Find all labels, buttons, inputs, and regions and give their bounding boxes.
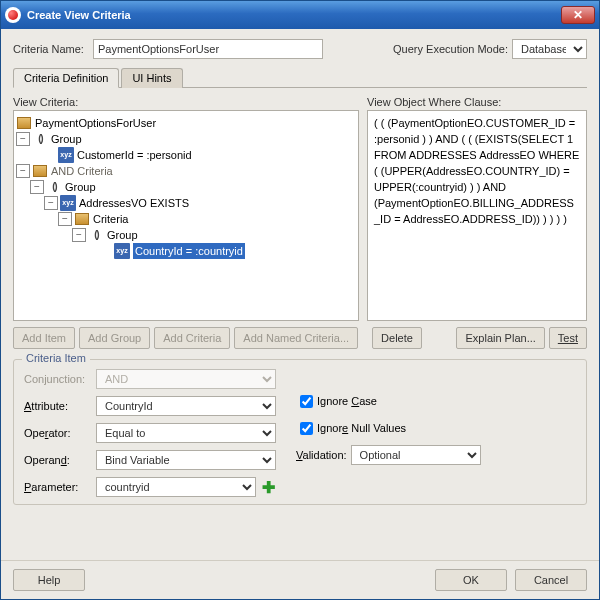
parameter-label: Parameter: [24,481,96,493]
dialog-footer: Help OK Cancel [1,560,599,599]
add-parameter-icon[interactable]: ✚ [260,479,276,495]
window-title: Create View Criteria [27,9,561,21]
operator-label: Operator: [24,427,96,439]
criteria-item-legend: Criteria Item [22,352,90,364]
where-clause-label: View Object Where Clause: [367,96,587,108]
explain-plan-button[interactable]: Explain Plan... [456,327,544,349]
validation-select[interactable]: Optional [351,445,481,465]
ignore-case-checkbox[interactable] [300,395,313,408]
ignore-null-label: Ignore Null Values [317,422,406,434]
expand-icon[interactable]: − [44,196,58,210]
operator-select[interactable]: Equal to [96,423,276,443]
tab-criteria-definition[interactable]: Criteria Definition [13,68,119,88]
group-icon: ( ) [88,228,104,242]
close-icon[interactable]: ✕ [561,6,595,24]
add-criteria-button: Add Criteria [154,327,230,349]
app-icon [5,7,21,23]
test-button[interactable]: Test [549,327,587,349]
group-icon: ( ) [32,132,48,146]
dialog-create-view-criteria: Create View Criteria ✕ Criteria Name: Qu… [0,0,600,600]
tab-bar: Criteria Definition UI Hints [13,67,587,88]
where-clause-text: ( ( (PaymentOptionEO.CUSTOMER_ID = :pers… [367,110,587,321]
criteria-icon [75,213,89,225]
criteria-item-fieldset: Criteria Item Conjunction: AND Attribute… [13,359,587,505]
add-named-criteria-button: Add Named Criteria... [234,327,358,349]
qem-label: Query Execution Mode: [393,43,508,55]
conjunction-select: AND [96,369,276,389]
dialog-content: Criteria Name: Query Execution Mode: Dat… [1,29,599,560]
criteria-root-icon [17,117,31,129]
qem-select[interactable]: Database [512,39,587,59]
expand-icon[interactable]: − [72,228,86,242]
expand-icon[interactable]: − [16,132,30,146]
delete-button[interactable]: Delete [372,327,422,349]
criteria-name-input[interactable] [93,39,323,59]
titlebar[interactable]: Create View Criteria ✕ [1,1,599,29]
criteria-name-label: Criteria Name: [13,43,93,55]
operand-select[interactable]: Bind Variable [96,450,276,470]
conjunction-label: Conjunction: [24,373,96,385]
help-button[interactable]: Help [13,569,85,591]
add-item-button: Add Item [13,327,75,349]
attribute-label: Attribute: [24,400,96,412]
view-criteria-tree[interactable]: PaymentOptionsForUser −( )Group xyzCusto… [13,110,359,321]
ok-button[interactable]: OK [435,569,507,591]
attribute-select[interactable]: CountryId [96,396,276,416]
attr-icon: xyz [58,147,73,163]
attr-icon: xyz [60,195,75,211]
tree-selected-item[interactable]: CountryId = :countryid [133,243,245,259]
criteria-icon [33,165,47,177]
operand-label: Operand: [24,454,96,466]
add-group-button: Add Group [79,327,150,349]
expand-icon[interactable]: − [58,212,72,226]
ignore-null-checkbox[interactable] [300,422,313,435]
ignore-case-label: Ignore Case [317,395,377,407]
tree-root: PaymentOptionsForUser [16,115,356,131]
validation-label: Validation: [296,449,347,461]
expand-icon[interactable]: − [30,180,44,194]
cancel-button[interactable]: Cancel [515,569,587,591]
expand-icon[interactable]: − [16,164,30,178]
attr-icon: xyz [114,243,129,259]
view-criteria-label: View Criteria: [13,96,359,108]
tab-ui-hints[interactable]: UI Hints [121,68,182,88]
group-icon: ( ) [46,180,62,194]
parameter-select[interactable]: countryid [96,477,256,497]
